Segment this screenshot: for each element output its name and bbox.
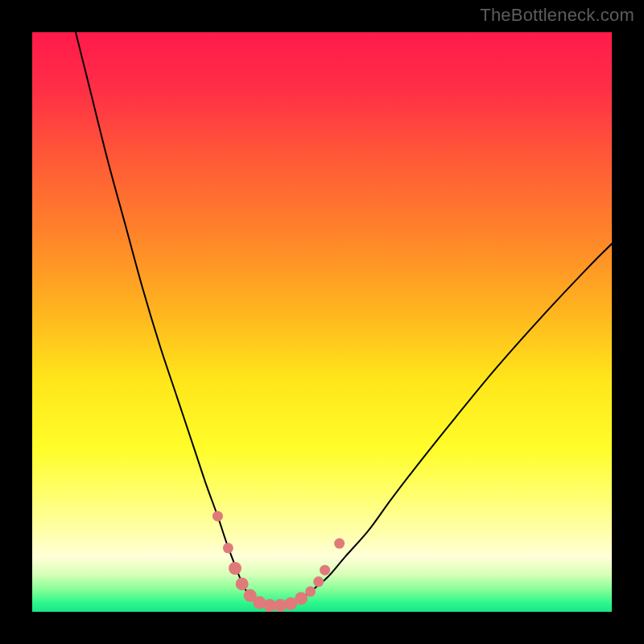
valley-marker [223, 543, 233, 553]
valley-marker [236, 577, 249, 590]
valley-marker [229, 562, 242, 575]
valley-marker [313, 576, 324, 587]
chart-svg [32, 32, 612, 612]
valley-marker [213, 511, 223, 522]
valley-markers [213, 511, 345, 612]
plot-area [32, 32, 612, 612]
valley-marker [305, 586, 316, 597]
watermark-text: TheBottleneck.com [480, 5, 634, 26]
valley-marker [320, 565, 330, 576]
chart-frame: TheBottleneck.com [0, 0, 644, 644]
bottleneck-curve [76, 32, 612, 606]
valley-marker [295, 592, 308, 605]
valley-marker [334, 539, 345, 549]
